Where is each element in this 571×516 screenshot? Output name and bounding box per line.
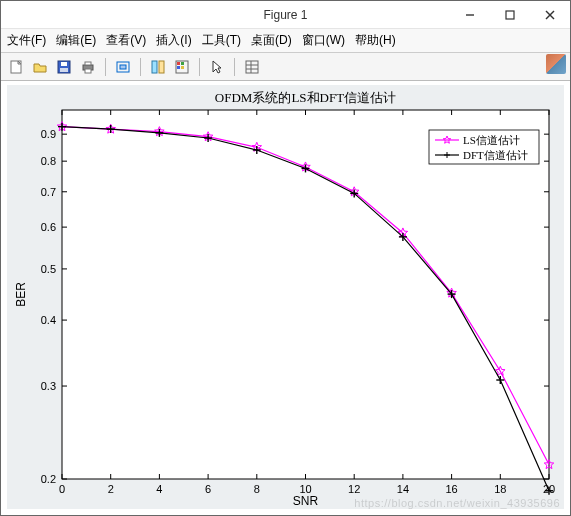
- pointer-icon[interactable]: [206, 56, 228, 78]
- svg-text:0.7: 0.7: [41, 186, 56, 198]
- svg-text:SNR: SNR: [293, 494, 319, 508]
- properties-icon[interactable]: [241, 56, 263, 78]
- svg-rect-1: [506, 11, 514, 19]
- menu-view[interactable]: 查看(V): [106, 32, 146, 49]
- menu-help[interactable]: 帮助(H): [355, 32, 396, 49]
- svg-text:OFDM系统的LS和DFT信道估计: OFDM系统的LS和DFT信道估计: [215, 90, 396, 105]
- svg-rect-10: [85, 69, 91, 73]
- menu-desktop[interactable]: 桌面(D): [251, 32, 292, 49]
- menu-window[interactable]: 窗口(W): [302, 32, 345, 49]
- print-icon[interactable]: [77, 56, 99, 78]
- title-bar[interactable]: Figure 1: [1, 1, 570, 29]
- toolbar: [1, 53, 570, 81]
- chart-canvas: 024681012141618200.20.30.40.50.60.70.80.…: [7, 85, 564, 509]
- svg-rect-9: [85, 62, 91, 65]
- svg-text:8: 8: [254, 483, 260, 495]
- toolbar-separator: [105, 58, 106, 76]
- svg-text:14: 14: [397, 483, 409, 495]
- svg-text:0.2: 0.2: [41, 473, 56, 485]
- plot-tools-icon[interactable]: [171, 56, 193, 78]
- menu-insert[interactable]: 插入(I): [156, 32, 191, 49]
- svg-text:2: 2: [108, 483, 114, 495]
- open-icon[interactable]: [29, 56, 51, 78]
- matlab-logo-icon: [546, 54, 566, 74]
- close-button[interactable]: [530, 1, 570, 29]
- svg-rect-7: [60, 68, 68, 72]
- svg-text:0: 0: [59, 483, 65, 495]
- menu-tools[interactable]: 工具(T): [202, 32, 241, 49]
- svg-text:0.4: 0.4: [41, 314, 56, 326]
- toolbar-separator: [234, 58, 235, 76]
- svg-text:18: 18: [494, 483, 506, 495]
- figure-window: Figure 1 文件(F) 编辑(E) 查看(V) 插入(I) 工具(T) 桌…: [0, 0, 571, 516]
- svg-text:0.9: 0.9: [41, 128, 56, 140]
- svg-text:0.5: 0.5: [41, 263, 56, 275]
- toolbar-separator: [199, 58, 200, 76]
- svg-rect-18: [177, 66, 180, 69]
- svg-text:0.8: 0.8: [41, 155, 56, 167]
- svg-text:0.6: 0.6: [41, 221, 56, 233]
- svg-rect-13: [152, 61, 157, 73]
- minimize-button[interactable]: [450, 1, 490, 29]
- svg-rect-6: [61, 62, 67, 66]
- menu-edit[interactable]: 编辑(E): [56, 32, 96, 49]
- new-figure-icon[interactable]: [5, 56, 27, 78]
- svg-text:LS信道估计: LS信道估计: [463, 134, 520, 146]
- svg-text:DFT信道估计: DFT信道估计: [463, 149, 528, 161]
- svg-text:4: 4: [156, 483, 162, 495]
- svg-rect-17: [181, 62, 184, 65]
- svg-rect-19: [181, 66, 184, 69]
- svg-text:12: 12: [348, 483, 360, 495]
- svg-rect-16: [177, 62, 180, 65]
- maximize-button[interactable]: [490, 1, 530, 29]
- toolbar-separator: [140, 58, 141, 76]
- svg-text:BER: BER: [14, 282, 28, 307]
- svg-rect-20: [246, 61, 258, 73]
- save-icon[interactable]: [53, 56, 75, 78]
- svg-rect-12: [120, 65, 126, 69]
- menu-bar: 文件(F) 编辑(E) 查看(V) 插入(I) 工具(T) 桌面(D) 窗口(W…: [1, 29, 570, 53]
- axes-panel[interactable]: 024681012141618200.20.30.40.50.60.70.80.…: [7, 85, 564, 509]
- inspector-icon[interactable]: [147, 56, 169, 78]
- menu-file[interactable]: 文件(F): [7, 32, 46, 49]
- window-title: Figure 1: [263, 8, 307, 22]
- svg-rect-14: [159, 61, 164, 73]
- window-controls: [450, 1, 570, 29]
- svg-text:16: 16: [445, 483, 457, 495]
- link-axes-icon[interactable]: [112, 56, 134, 78]
- svg-text:0.3: 0.3: [41, 380, 56, 392]
- svg-text:6: 6: [205, 483, 211, 495]
